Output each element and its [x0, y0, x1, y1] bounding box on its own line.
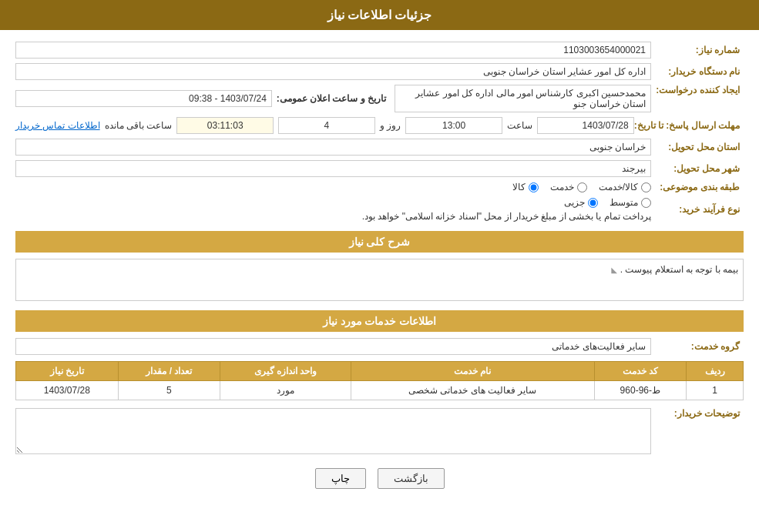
col-service-code: کد خدمت	[594, 362, 686, 381]
page-title: جزئیات اطلاعات نیاز	[0, 0, 759, 30]
delivery-province-value: خراسان جنوبی	[15, 139, 651, 156]
resize-icon: ◢	[611, 266, 617, 274]
radio-kala-khedmat[interactable]: کالا/خدمت	[599, 182, 651, 192]
delivery-city-label: شهر محل تحویل:	[651, 163, 744, 174]
cell-name: سایر فعالیت های خدماتی شخصی	[351, 381, 595, 400]
radio-khedmat[interactable]: خدمت	[550, 182, 587, 192]
description-section-title: شرح کلی نیاز	[15, 231, 744, 253]
description-box: بیمه با توجه به استعلام پیوست . ◢	[15, 259, 744, 301]
cell-date: 1403/07/28	[16, 381, 119, 400]
radio-khedmat-label: خدمت	[550, 182, 574, 192]
response-days: 4	[278, 117, 375, 134]
radio-khedmat-input[interactable]	[577, 182, 587, 192]
cell-unit: مورد	[220, 381, 351, 400]
back-button[interactable]: بازگشت	[378, 468, 445, 489]
buyer-name-value: اداره کل امور عشایر استان خراسان جنوبی	[15, 63, 651, 80]
response-date: 1403/07/28	[537, 117, 634, 134]
creator-label: ایجاد کننده درخواست:	[651, 85, 744, 95]
niyaz-number-label: شماره نیاز:	[651, 45, 744, 55]
col-quantity: تعداد / مقدار	[118, 362, 220, 381]
services-section-title: اطلاعات خدمات مورد نیاز	[15, 310, 744, 332]
buyer-notes-textarea[interactable]	[15, 408, 651, 454]
col-unit: واحد اندازه گیری	[220, 362, 351, 381]
col-row-number: ردیف	[687, 362, 744, 381]
buyer-notes-label: توضیحات خریدار:	[651, 408, 744, 419]
cell-code: ط-96-960	[594, 381, 686, 400]
cell-quantity: 5	[118, 381, 220, 400]
print-button[interactable]: چاپ	[315, 468, 366, 489]
response-time: 13:00	[405, 117, 502, 134]
contact-info-link[interactable]: اطلاعات تماس خریدار	[15, 120, 100, 131]
col-date: تاریخ نیاز	[16, 362, 119, 381]
radio-kala[interactable]: کالا	[512, 182, 539, 192]
delivery-city-value: بیرجند	[15, 160, 651, 177]
group-service-value: سایر فعالیت‌های خدماتی	[15, 338, 651, 355]
response-remain-label: ساعت باقی مانده	[105, 120, 173, 131]
table-row: 1 ط-96-960 سایر فعالیت های خدماتی شخصی م…	[16, 381, 744, 400]
radio-jozi-label: جزیی	[564, 197, 585, 208]
category-label: طبقه بندی موضوعی:	[651, 182, 744, 192]
radio-motavasset[interactable]: متوسط	[610, 197, 651, 208]
services-table: ردیف کد خدمت نام خدمت واحد اندازه گیری ت…	[15, 361, 744, 400]
niyaz-number-value: 1103003654000021	[15, 42, 651, 59]
process-label: نوع فرآیند خرید:	[651, 204, 744, 215]
group-service-label: گروه خدمت:	[651, 341, 744, 352]
response-days-label: روز و	[380, 120, 401, 131]
col-service-name: نام خدمت	[351, 362, 595, 381]
announcement-label: تاریخ و ساعت اعلان عمومی:	[277, 93, 390, 104]
buyer-name-label: نام دستگاه خریدار:	[651, 66, 744, 77]
radio-motavasset-label: متوسط	[610, 197, 638, 208]
radio-kala-input[interactable]	[529, 182, 539, 192]
radio-kala-label: کالا	[512, 182, 526, 192]
radio-motavasset-input[interactable]	[641, 198, 651, 208]
cell-row: 1	[687, 381, 744, 400]
process-description: پرداخت تمام یا بخشی از مبلغ خریدار از مح…	[15, 211, 651, 222]
radio-jozi[interactable]: جزیی	[564, 197, 598, 208]
response-remain: 03:11:03	[176, 117, 274, 134]
creator-value: محمدحسین اکبری کارشناس امور مالی اداره ک…	[395, 85, 651, 112]
description-value: بیمه با توجه به استعلام پیوست .	[620, 264, 738, 275]
delivery-province-label: استان محل تحویل:	[651, 142, 744, 152]
announcement-value: 1403/07/24 - 09:38	[15, 90, 272, 107]
buttons-row: بازگشت چاپ	[15, 468, 744, 500]
radio-kala-khedmat-label: کالا/خدمت	[599, 182, 638, 192]
response-time-label: ساعت	[507, 120, 532, 131]
response-deadline-label: مهلت ارسال پاسخ: تا تاریخ:	[634, 120, 744, 131]
radio-kala-khedmat-input[interactable]	[641, 182, 651, 192]
radio-jozi-input[interactable]	[588, 198, 598, 208]
